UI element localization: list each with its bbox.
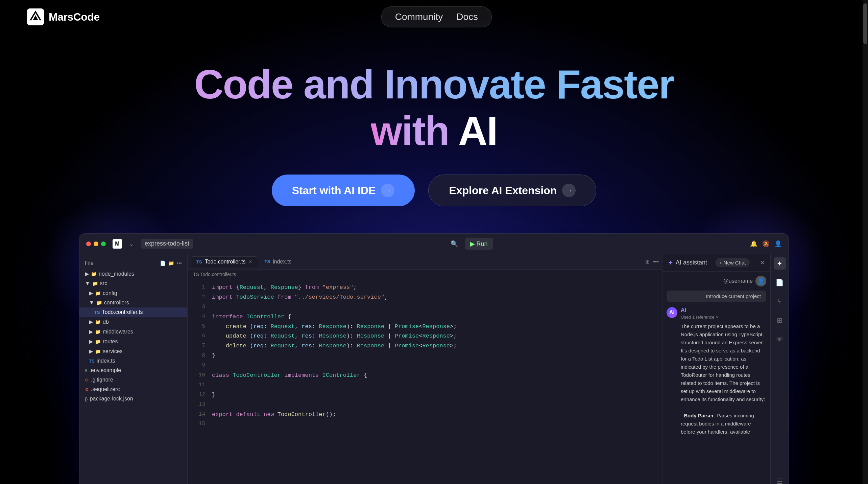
nav-center: Community Docs xyxy=(381,6,492,27)
file-tree: File 📄 📁 ••• ▶📁node_modules ▼📁src ▶📁conf… xyxy=(79,254,188,484)
close-dot[interactable] xyxy=(86,241,91,246)
titlebar-icons: 🔔 🔕 👤 xyxy=(750,240,782,248)
ide-preview: M ⌄ express-todo-list 🔍 ▶ Run 🔔 🔕 👤 File… xyxy=(79,233,789,484)
hero-title-ai: AI xyxy=(458,108,497,154)
settings-sidebar-icon[interactable]: ☰ xyxy=(774,475,786,484)
file-gitignore[interactable]: ⚙.gitignore xyxy=(79,375,187,385)
code-line-2: 2 import TodoService from "../services/T… xyxy=(188,293,662,302)
btn-secondary-arrow: → xyxy=(562,184,576,197)
window-controls xyxy=(86,241,106,246)
ai-panel-body: @username 👤 Introduce current project AI… xyxy=(662,272,770,484)
git-sidebar-icon[interactable]: ⑂ xyxy=(774,295,786,307)
code-line-7: 7 delete (req: Request, res: Response): … xyxy=(188,341,662,351)
search-icon[interactable]: 🔍 xyxy=(451,240,458,248)
ide-project-name[interactable]: express-todo-list xyxy=(141,239,193,249)
tab-close-todo[interactable]: ✕ xyxy=(248,259,252,264)
file-services[interactable]: ▶📁services xyxy=(79,346,187,356)
code-line-15: 15 xyxy=(188,419,662,429)
page-scrollbar[interactable] xyxy=(863,0,868,484)
file-controllers[interactable]: ▼📁controllers xyxy=(79,298,187,307)
username-label: @username xyxy=(723,278,753,284)
user-avatar: 👤 xyxy=(755,276,766,286)
ai-ref[interactable]: Used 1 reference > xyxy=(681,315,766,320)
ai-panel: ✦ AI assistant + New Chat ✕ @username 👤 … xyxy=(662,254,770,484)
editor-content[interactable]: 1 import {Request, Response} from "expre… xyxy=(188,279,662,484)
hero-title-line1: Code and Innovate Faster xyxy=(0,61,868,108)
file-db[interactable]: ▶📁db xyxy=(79,317,187,327)
more-tab-options[interactable]: ••• xyxy=(653,259,659,265)
ai-panel-header: ✦ AI assistant + New Chat ✕ xyxy=(662,254,770,272)
search-sidebar-icon[interactable]: 👁 xyxy=(774,333,786,345)
code-line-1: 1 import {Request, Response} from "expre… xyxy=(188,283,662,293)
file-node-modules[interactable]: ▶📁node_modules xyxy=(79,269,187,279)
editor-breadcrumb: TS Todo.controller.ts xyxy=(188,270,662,279)
file-middlewares[interactable]: ▶📁middlewares xyxy=(79,327,187,337)
ai-message-content: AI Used 1 reference > The current projec… xyxy=(681,307,766,436)
hero-buttons: Start with AI IDE → Explore AI Extension… xyxy=(0,175,868,206)
logo-text: MarsCode xyxy=(49,11,100,23)
file-sequelizerc[interactable]: ⚙.sequelizerc xyxy=(79,385,187,394)
code-line-8: 8 } xyxy=(188,351,662,361)
ide-titlebar: M ⌄ express-todo-list 🔍 ▶ Run 🔔 🔕 👤 xyxy=(79,234,789,254)
tab-index-ts[interactable]: TS index.ts xyxy=(259,257,297,267)
explorer-sidebar-icon[interactable]: 📄 xyxy=(774,276,786,289)
code-line-4: 4 interface IController { xyxy=(188,312,662,322)
new-file-icon[interactable]: 📄 xyxy=(160,260,166,266)
ai-sidebar-icon[interactable]: ✦ xyxy=(774,257,786,270)
ai-avatar: AI xyxy=(667,307,677,318)
start-with-ai-ide-button[interactable]: Start with AI IDE → xyxy=(272,175,415,206)
ai-sparkle-icon: ✦ xyxy=(668,259,673,267)
maximize-dot[interactable] xyxy=(101,241,106,246)
nav-docs[interactable]: Docs xyxy=(451,10,483,24)
run-button[interactable]: ▶ Run xyxy=(465,238,493,250)
editor-tabs: TS Todo.controller.ts ✕ TS index.ts ⊞ ••… xyxy=(188,254,662,270)
file-env-example[interactable]: $.env.example xyxy=(79,366,187,375)
file-todo-controller[interactable]: TSTodo.controller.ts xyxy=(79,307,187,317)
ai-response-text: The current project appears to be a Node… xyxy=(681,322,766,436)
new-chat-button[interactable]: + New Chat xyxy=(715,258,750,267)
hero-title-with: with xyxy=(371,108,449,154)
code-line-13: 13 xyxy=(188,400,662,410)
explore-ai-extension-button[interactable]: Explore AI Extension → xyxy=(428,175,596,206)
avatar-icon[interactable]: 👤 xyxy=(774,240,782,248)
tab-todo-controller[interactable]: TS Todo.controller.ts ✕ xyxy=(191,256,258,267)
btn-primary-arrow: → xyxy=(381,184,394,197)
ide-right-sidebar: ✦ 📄 ⑂ ⊞ 👁 ☰ xyxy=(770,254,789,484)
file-package-lock[interactable]: {}package-lock.json xyxy=(79,394,187,404)
ai-label: AI xyxy=(681,307,766,313)
code-line-11: 11 xyxy=(188,381,662,390)
ai-panel-close-icon[interactable]: ✕ xyxy=(760,259,765,267)
bell-icon[interactable]: 🔕 xyxy=(762,240,770,248)
more-icon[interactable]: ••• xyxy=(177,260,182,266)
file-src[interactable]: ▼📁src xyxy=(79,279,187,288)
file-tree-header: File 📄 📁 ••• xyxy=(79,257,187,269)
notification-icon[interactable]: 🔔 xyxy=(750,240,757,248)
logo-icon xyxy=(27,8,44,25)
nav-community[interactable]: Community xyxy=(390,10,449,24)
split-editor-icon[interactable]: ⊞ xyxy=(645,258,650,265)
file-routes[interactable]: ▶📁routes xyxy=(79,337,187,346)
code-line-6: 6 update (req: Request, res: Response): … xyxy=(188,331,662,341)
minimize-dot[interactable] xyxy=(94,241,98,246)
code-line-5: 5 create (req: Request, res: Response): … xyxy=(188,322,662,332)
new-folder-icon[interactable]: 📁 xyxy=(168,260,174,266)
ai-panel-label: AI assistant xyxy=(676,259,707,266)
introduce-project-button[interactable]: Introduce current project xyxy=(667,291,766,302)
file-index-ts[interactable]: TSindex.ts xyxy=(79,356,187,366)
hero-section: Code and Innovate Faster with AI Start w… xyxy=(0,34,868,206)
code-line-12: 12 } xyxy=(188,390,662,400)
code-line-10: 10 class TodoController implements ICont… xyxy=(188,371,662,381)
extensions-sidebar-icon[interactable]: ⊞ xyxy=(774,314,786,326)
code-line-3: 3 xyxy=(188,302,662,312)
page-scrollbar-thumb[interactable] xyxy=(863,3,867,44)
hero-title-line2: with AI xyxy=(0,108,868,154)
logo[interactable]: MarsCode xyxy=(27,8,100,25)
code-line-14: 14 export default new TodoController(); xyxy=(188,410,662,420)
file-config[interactable]: ▶📁config xyxy=(79,288,187,298)
hero-title: Code and Innovate Faster with AI xyxy=(0,61,868,154)
editor-area: TS Todo.controller.ts ✕ TS index.ts ⊞ ••… xyxy=(188,254,662,484)
ai-message: AI AI Used 1 reference > The current pro… xyxy=(667,307,766,436)
ide-logo: M xyxy=(113,239,122,249)
ide-body: File 📄 📁 ••• ▶📁node_modules ▼📁src ▶📁conf… xyxy=(79,254,789,484)
code-line-9: 9 xyxy=(188,361,662,371)
